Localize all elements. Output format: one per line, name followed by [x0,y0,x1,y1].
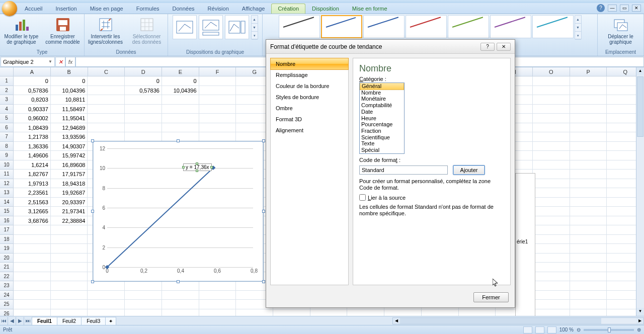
cell-F6[interactable] [199,123,236,133]
sheet-tab-feuil3[interactable]: Feuil3 [81,317,106,325]
cell-F7[interactable] [199,132,236,142]
category-pourcentage[interactable]: Pourcentage [360,121,404,128]
cell-P7[interactable] [570,132,607,142]
cell-F4[interactable] [199,105,236,114]
cell-P2[interactable] [570,86,607,96]
cell-O24[interactable] [533,291,570,300]
category-général[interactable]: Général [360,82,404,90]
cell-D1[interactable]: 0 [125,76,162,86]
cell-E7[interactable] [162,132,199,142]
chart-style-6[interactable] [490,15,531,38]
cell-B23[interactable] [51,281,88,291]
cell-B20[interactable] [51,254,88,263]
new-sheet-button[interactable]: ✦ [105,317,116,325]
chart-style-5[interactable] [448,15,489,38]
fx-button[interactable]: fx [65,57,75,67]
cell-B6[interactable]: 12,94689 [51,123,88,133]
row-header-4[interactable]: 4 [0,105,14,114]
dialog-help-button[interactable]: ? [480,43,495,51]
cell-F1[interactable] [199,76,236,86]
view-page-break-button[interactable] [547,326,556,333]
row-header-1[interactable]: 1 [0,76,14,86]
cell-P8[interactable] [570,142,607,151]
cell-F5[interactable] [199,114,236,123]
category-spécial[interactable]: Spécial [360,147,404,153]
chart-style-4[interactable] [406,15,447,38]
sheet-tab-feuil1[interactable]: Feuil1 [32,317,57,325]
cell-O19[interactable] [533,244,570,254]
cell-A4[interactable]: 0,90337 [14,105,51,114]
cell-B9[interactable]: 15,99742 [51,151,88,160]
cell-O2[interactable] [533,86,570,96]
zoom-slider[interactable] [584,329,634,331]
cell-O11[interactable] [533,170,570,179]
cell-P11[interactable] [570,170,607,179]
cell-P19[interactable] [570,244,607,254]
dialog-titlebar[interactable]: Format d'étiquette de courbe de tendance… [266,40,515,54]
cell-O13[interactable] [533,188,570,198]
category-listbox[interactable]: GénéralNombreMonétaireComptabilitéDateHe… [359,82,405,154]
layout-3[interactable] [225,15,249,39]
row-header-17[interactable]: 17 [0,225,14,235]
cell-B4[interactable]: 11,58497 [51,105,88,114]
row-header-2[interactable]: 2 [0,86,14,96]
row-header-24[interactable]: 24 [0,291,14,300]
cell-P12[interactable] [570,179,607,189]
chart-styles-gallery[interactable]: ▲▼▾ [279,15,582,39]
cell-E5[interactable] [162,114,199,123]
cell-B22[interactable] [51,272,88,282]
cell-A5[interactable]: 0,96002 [14,114,51,123]
category-heure[interactable]: Heure [360,115,404,122]
cell-P10[interactable] [570,160,607,170]
cell-B7[interactable]: 13,93596 [51,132,88,142]
select-all-corner[interactable] [0,67,14,76]
category-fraction[interactable]: Fraction [360,128,404,134]
tab-mise en forme[interactable]: Mise en forme [346,4,394,14]
cell-E25[interactable] [162,300,199,309]
cell-P9[interactable] [570,151,607,160]
sheet-tab-feuil2[interactable]: Feuil2 [57,317,82,325]
col-header-C[interactable]: C [88,67,125,76]
cell-C4[interactable] [88,105,125,114]
office-button[interactable] [2,1,17,16]
row-header-13[interactable]: 13 [0,188,14,198]
link-to-source-checkbox[interactable]: Lier à la source [359,194,504,201]
cell-P4[interactable] [570,105,607,114]
cell-D24[interactable] [125,291,162,300]
col-header-B[interactable]: B [51,67,88,76]
row-header-16[interactable]: 16 [0,216,14,226]
cell-A24[interactable] [14,291,51,300]
tab-affichage[interactable]: Affichage [235,4,272,14]
scroll-down-button[interactable]: ▼ [636,308,644,316]
cell-A25[interactable] [14,300,51,309]
tab-accueil[interactable]: Accueil [18,4,49,14]
cell-O23[interactable] [533,281,570,291]
cell-A16[interactable]: 3,68766 [14,216,51,226]
name-box[interactable]: Graphique 2▼ [1,57,55,67]
cell-B18[interactable] [51,235,88,244]
cell-B5[interactable]: 11,95041 [51,114,88,123]
row-header-15[interactable]: 15 [0,207,14,216]
cell-O15[interactable] [533,207,570,216]
cell-A21[interactable] [14,263,51,272]
cell-E6[interactable] [162,123,199,133]
row-header-10[interactable]: 10 [0,160,14,170]
zoom-level[interactable]: 100 % [559,327,574,332]
dialog-nav-format-3d[interactable]: Format 3D [271,114,348,125]
dialog-nav-styles-de-bordure[interactable]: Styles de bordure [271,92,348,103]
vscroll-thumb[interactable] [637,76,643,137]
hscroll-thumb[interactable] [400,318,601,324]
cell-P22[interactable] [570,272,607,282]
sheet-nav-last[interactable]: ⏭ [24,317,32,325]
cell-E3[interactable] [162,95,199,105]
category-date[interactable]: Date [360,109,404,115]
cell-O20[interactable] [533,254,570,263]
cell-E1[interactable]: 0 [162,76,199,86]
cell-O10[interactable] [533,160,570,170]
cell-B17[interactable] [51,225,88,235]
sheet-nav-first[interactable]: ⏮ [0,317,8,325]
row-header-6[interactable]: 6 [0,123,14,133]
cell-D5[interactable] [125,114,162,123]
cell-C2[interactable] [88,86,125,96]
row-header-23[interactable]: 23 [0,281,14,291]
